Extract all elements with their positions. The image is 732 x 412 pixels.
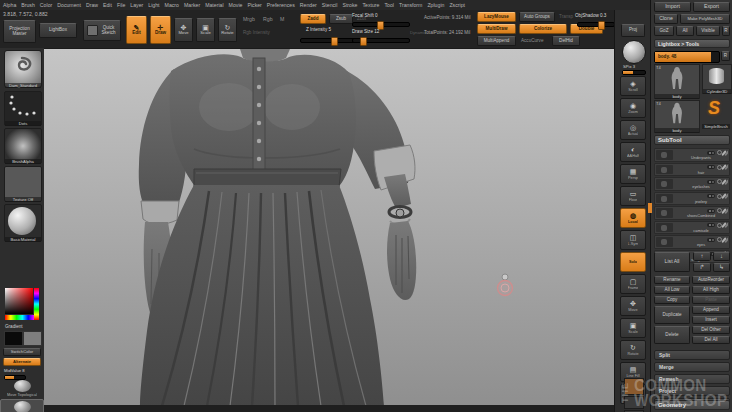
secondary-color-swatch[interactable]: [23, 331, 42, 346]
menu-alpha[interactable]: Alpha: [3, 2, 16, 8]
tool-thumb-body-1[interactable]: T4 body: [654, 64, 700, 99]
goz-visible-button[interactable]: Visible: [696, 26, 720, 36]
list-all-button[interactable]: List All: [654, 252, 690, 272]
split-section-bar[interactable]: Split: [654, 350, 730, 360]
menu-edit[interactable]: Edit: [103, 2, 112, 8]
visibility-toggle-icon[interactable]: [707, 151, 715, 155]
menu-file[interactable]: File: [117, 2, 125, 8]
subtool-row-jewlery[interactable]: jewlery: [654, 192, 730, 206]
menu-tool[interactable]: Tool: [384, 2, 394, 8]
l-sym-button[interactable]: ◫L.Sym: [620, 230, 646, 250]
subtool-to-top-button[interactable]: ↱: [693, 263, 711, 272]
quick-brush-dam-standard[interactable]: Dam_Standard: [0, 399, 44, 412]
autoreorder-button[interactable]: AutoReorder: [692, 276, 730, 284]
del-all-button[interactable]: Del All: [692, 336, 730, 344]
all-high-button[interactable]: All High: [692, 286, 730, 294]
main-color-swatch[interactable]: [4, 331, 23, 346]
proj-button[interactable]: Proj: [621, 24, 645, 37]
switch-color-button[interactable]: SwitchColor: [3, 348, 41, 356]
subtool-row-eyes[interactable]: eyes: [654, 235, 730, 249]
color-picker-sv[interactable]: [5, 288, 33, 314]
subtool-row-eyelashes[interactable]: eyelashes: [654, 177, 730, 191]
insert-button[interactable]: Insert: [692, 316, 730, 324]
remesh-section-bar[interactable]: Remesh: [654, 374, 730, 384]
draw-size-slider[interactable]: [352, 38, 410, 43]
visibility-toggle-icon[interactable]: [707, 209, 715, 213]
lightbox-button[interactable]: LightBox: [39, 23, 77, 38]
append-button[interactable]: Append: [692, 306, 730, 314]
rotate-button[interactable]: ↻ Rotate: [218, 18, 237, 42]
lightbox-tools-bar[interactable]: Lightbox > Tools: [654, 39, 730, 48]
zoom-button[interactable]: ◉Zoom: [620, 98, 646, 118]
menu-preferences[interactable]: Preferences: [267, 2, 295, 8]
subtool-row-shoescombined[interactable]: shoesCombined: [654, 206, 730, 220]
current-tool-slider[interactable]: body. 48: [654, 51, 720, 63]
subtool-section-header[interactable]: SubTool: [654, 135, 730, 145]
subtool-row-camisole[interactable]: camisole: [654, 221, 730, 235]
menu-document[interactable]: Document: [57, 2, 81, 8]
current-material-thumbnail[interactable]: BasicMaterial: [4, 204, 42, 242]
edit-button[interactable]: ✎ Edit: [126, 16, 147, 44]
alternate-button[interactable]: Alternate: [3, 358, 41, 366]
menu-marker[interactable]: Marker: [184, 2, 200, 8]
visibility-toggle-icon[interactable]: [707, 223, 715, 227]
tool-thumb-body-2[interactable]: T4 body: [654, 100, 700, 133]
visibility-toggle-icon[interactable]: [707, 180, 715, 184]
subtool-row-hair[interactable]: hair: [654, 163, 730, 177]
transp-button[interactable]: Transp: [559, 14, 573, 19]
aahalf-button[interactable]: ◐AAHalf: [620, 142, 646, 162]
lazymouse-button[interactable]: LazyMouse: [477, 12, 516, 22]
solo-button[interactable]: Solo: [620, 252, 646, 272]
scale-button[interactable]: ▣ Scale: [196, 18, 215, 42]
visibility-toggle-icon[interactable]: [707, 194, 715, 198]
move-button[interactable]: ✥ Move: [174, 18, 193, 42]
menu-draw[interactable]: Draw: [86, 2, 98, 8]
frame-button[interactable]: ▢Frame: [620, 274, 646, 294]
color-picker-hue-horizontal[interactable]: [5, 315, 34, 320]
paste-button[interactable]: Paste: [692, 296, 730, 304]
menu-movie[interactable]: Movie: [229, 2, 243, 8]
all-low-button[interactable]: All Low: [654, 286, 690, 294]
menu-render[interactable]: Render: [300, 2, 317, 8]
move-button[interactable]: ✥Move: [620, 296, 646, 316]
delete-button[interactable]: Delete: [654, 326, 690, 344]
local-button[interactable]: ◍Local: [620, 208, 646, 228]
menu-stroke[interactable]: Stroke: [342, 2, 357, 8]
menu-stencil[interactable]: Stencil: [322, 2, 338, 8]
goz-button[interactable]: GoZ: [654, 26, 674, 36]
current-brush-thumbnail[interactable]: Dam_Standard: [4, 50, 42, 88]
menu-light[interactable]: Light: [148, 2, 159, 8]
current-stroke-thumbnail[interactable]: Dots: [4, 91, 42, 126]
menu-layer[interactable]: Layer: [130, 2, 143, 8]
visibility-toggle-icon[interactable]: [707, 238, 715, 242]
visibility-toggle-icon[interactable]: [707, 165, 715, 169]
make-polymesh3d-button[interactable]: Make PolyMesh3D: [680, 14, 730, 24]
subtool-down-button[interactable]: ↓: [713, 252, 730, 261]
m-button[interactable]: M: [280, 16, 284, 22]
merge-section-bar[interactable]: Merge: [654, 362, 730, 372]
rgb-button[interactable]: Rgb: [263, 16, 273, 22]
clone-button[interactable]: Clone: [654, 14, 678, 24]
menu-color[interactable]: Color: [40, 2, 52, 8]
subtool-row-underpants[interactable]: Underpants: [654, 148, 730, 162]
rotate-button[interactable]: ↻Rotate: [620, 340, 646, 360]
draw-button[interactable]: ✛ Draw: [150, 16, 171, 44]
goz-r-button[interactable]: R: [722, 26, 730, 36]
spix-slider[interactable]: [622, 70, 646, 75]
auto-groups-button[interactable]: Auto Groups: [519, 12, 555, 22]
subtool-to-bottom-button[interactable]: ↳: [713, 263, 730, 272]
focal-shift-slider[interactable]: [352, 22, 410, 27]
shelf-thumb-1[interactable]: [624, 396, 644, 409]
menu-material[interactable]: Material: [205, 2, 223, 8]
tool-r-button[interactable]: R: [721, 51, 730, 61]
quick-brush-move-topological[interactable]: Move Topological: [0, 380, 44, 397]
project-section-bar[interactable]: Project: [654, 386, 730, 396]
menu-texture[interactable]: Texture: [362, 2, 379, 8]
goz-all-button[interactable]: All: [676, 26, 694, 36]
multiappend-button[interactable]: MultiAppend: [477, 36, 516, 46]
colorize-button[interactable]: Colorize: [519, 24, 567, 34]
viewport-canvas[interactable]: [44, 48, 614, 405]
import-button[interactable]: Import: [654, 2, 691, 12]
geometry-section-header[interactable]: Geometry: [654, 400, 730, 410]
projection-master-button[interactable]: Projection Master: [3, 20, 36, 43]
